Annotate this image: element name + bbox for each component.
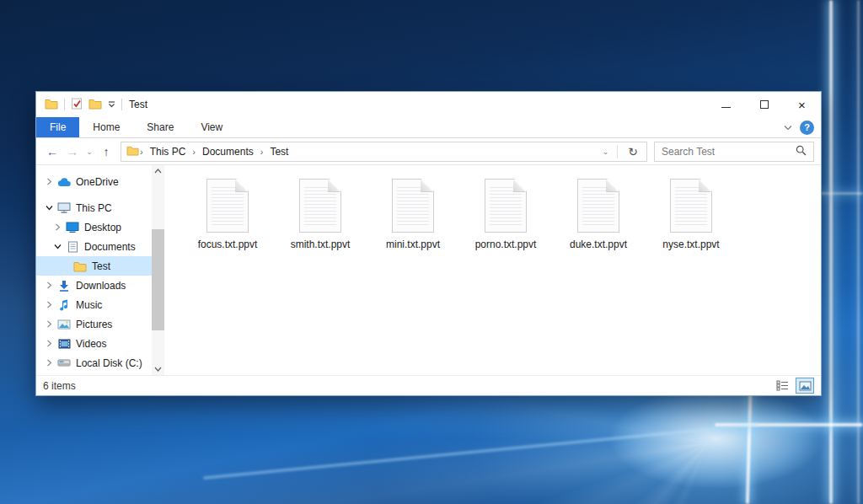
breadcrumb-test[interactable]: Test bbox=[264, 146, 294, 158]
text-file-icon bbox=[299, 179, 341, 233]
desktop-icon bbox=[64, 222, 81, 233]
sidebar-item-documents[interactable]: Documents bbox=[36, 237, 152, 256]
windows-logo-line bbox=[857, 0, 860, 504]
tab-home[interactable]: Home bbox=[79, 117, 133, 137]
videos-icon bbox=[56, 339, 72, 349]
documents-icon bbox=[64, 241, 81, 253]
sidebar-item-music[interactable]: Music bbox=[36, 295, 152, 314]
text-file-icon bbox=[392, 179, 434, 233]
scrollbar-thumb[interactable] bbox=[152, 229, 164, 330]
sidebar-item-label: Documents bbox=[84, 241, 136, 253]
computer-icon bbox=[56, 202, 72, 213]
chevron-down-icon[interactable] bbox=[43, 205, 56, 211]
chevron-right-icon[interactable] bbox=[43, 340, 56, 347]
thumbnail-view-icon[interactable] bbox=[796, 378, 814, 394]
music-icon bbox=[56, 299, 72, 311]
file-item[interactable]: nyse.txt.ppvt bbox=[645, 179, 737, 250]
close-button[interactable]: × bbox=[783, 92, 821, 117]
properties-icon[interactable] bbox=[71, 98, 83, 112]
text-file-icon bbox=[485, 179, 527, 233]
recent-locations-chevron-icon[interactable]: ⌄ bbox=[83, 147, 95, 156]
file-list: focus.txt.ppvt smith.txt.ppvt mini.txt.p… bbox=[164, 165, 821, 375]
chevron-right-icon[interactable] bbox=[43, 359, 56, 367]
search-input[interactable] bbox=[662, 146, 796, 158]
file-name: mini.txt.ppvt bbox=[386, 239, 440, 250]
tab-share[interactable]: Share bbox=[133, 117, 187, 137]
file-item[interactable]: smith.txt.ppvt bbox=[274, 179, 367, 250]
up-button[interactable]: ↑ bbox=[97, 145, 115, 158]
desktop-wallpaper: Test × File Home Share View ? ← bbox=[0, 0, 863, 504]
sidebar-scrollbar[interactable] bbox=[152, 165, 164, 375]
cloud-icon bbox=[56, 177, 72, 187]
sidebar-item-videos[interactable]: Videos bbox=[36, 334, 152, 353]
address-bar-row: ← → ⌄ ↑ › This PC › Documents › Test ⌄ ↻ bbox=[36, 138, 821, 165]
sidebar-item-local-disk-c[interactable]: Local Disk (C:) bbox=[36, 353, 152, 373]
sidebar-item-test[interactable]: Test bbox=[36, 256, 152, 276]
address-divider bbox=[617, 145, 618, 158]
toolbar-separator bbox=[64, 99, 65, 110]
back-button[interactable]: ← bbox=[43, 145, 62, 158]
sidebar-item-label: Pictures bbox=[76, 319, 112, 330]
help-icon[interactable]: ? bbox=[800, 121, 814, 135]
forward-button[interactable]: → bbox=[63, 145, 82, 158]
details-view-icon[interactable] bbox=[773, 378, 791, 394]
file-item[interactable]: porno.txt.ppvt bbox=[459, 179, 552, 250]
scroll-down-icon[interactable] bbox=[152, 363, 164, 375]
new-folder-icon[interactable] bbox=[88, 98, 102, 112]
chevron-right-icon[interactable] bbox=[43, 178, 56, 185]
search-icon[interactable] bbox=[796, 145, 807, 158]
file-item[interactable]: duke.txt.ppvt bbox=[552, 179, 645, 250]
navigation-buttons: ← → ⌄ ↑ bbox=[43, 145, 115, 158]
text-file-icon bbox=[577, 179, 619, 233]
sidebar-item-onedrive[interactable]: OneDrive bbox=[36, 172, 152, 191]
chevron-right-icon[interactable] bbox=[43, 320, 56, 328]
file-name: smith.txt.ppvt bbox=[291, 239, 351, 250]
sidebar-item-this-pc[interactable]: This PC bbox=[36, 198, 152, 217]
window-controls: × bbox=[707, 92, 821, 117]
search-box[interactable] bbox=[654, 142, 814, 162]
view-switcher bbox=[773, 378, 814, 394]
sidebar-item-downloads[interactable]: Downloads bbox=[36, 276, 152, 295]
tab-view[interactable]: View bbox=[187, 117, 236, 137]
chevron-right-icon[interactable] bbox=[43, 301, 56, 308]
file-name: duke.txt.ppvt bbox=[570, 239, 627, 250]
sidebar-item-label: OneDrive bbox=[76, 176, 119, 188]
maximize-icon bbox=[760, 100, 769, 109]
sidebar-item-label: Test bbox=[92, 260, 110, 272]
address-folder-icon bbox=[126, 145, 139, 158]
address-box[interactable]: › This PC › Documents › Test ⌄ ↻ bbox=[121, 142, 647, 162]
minimize-button[interactable] bbox=[707, 92, 745, 117]
toolbar-separator bbox=[121, 99, 122, 110]
file-name: nyse.txt.ppvt bbox=[662, 239, 719, 250]
status-bar: 6 items bbox=[36, 375, 821, 395]
windows-logo-line bbox=[829, 0, 833, 504]
chevron-right-icon[interactable] bbox=[43, 281, 56, 289]
file-item[interactable]: mini.txt.ppvt bbox=[367, 179, 459, 250]
disk-icon bbox=[56, 358, 72, 367]
chevron-right-icon[interactable] bbox=[51, 223, 64, 231]
items-count: 6 items bbox=[43, 380, 76, 392]
sidebar-item-label: Downloads bbox=[76, 280, 126, 292]
scroll-up-icon[interactable] bbox=[152, 165, 164, 177]
sidebar-item-desktop[interactable]: Desktop bbox=[36, 217, 152, 237]
ribbon-tab-bar: File Home Share View ? bbox=[36, 117, 821, 138]
file-item[interactable]: focus.txt.ppvt bbox=[181, 179, 274, 250]
explorer-window: Test × File Home Share View ? ← bbox=[35, 91, 822, 396]
refresh-icon[interactable]: ↻ bbox=[621, 145, 645, 158]
customize-quick-access-chevron-icon[interactable] bbox=[108, 99, 115, 110]
navigation-pane: OneDrive This PC Desktop Documents bbox=[36, 165, 152, 375]
chevron-down-icon[interactable] bbox=[51, 244, 64, 249]
maximize-button[interactable] bbox=[745, 92, 783, 117]
quick-access-toolbar bbox=[45, 98, 122, 112]
window-title: Test bbox=[129, 99, 147, 110]
breadcrumb-this-pc[interactable]: This PC bbox=[144, 146, 192, 158]
sidebar-item-label: Local Disk (C:) bbox=[76, 357, 142, 369]
text-file-icon bbox=[206, 179, 249, 233]
tab-file[interactable]: File bbox=[36, 117, 79, 137]
address-dropdown-chevron-icon[interactable]: ⌄ bbox=[598, 147, 614, 156]
title-bar[interactable]: Test × bbox=[36, 92, 821, 117]
minimize-ribbon-chevron-icon[interactable] bbox=[784, 121, 792, 133]
file-name: focus.txt.ppvt bbox=[198, 239, 258, 250]
sidebar-item-pictures[interactable]: Pictures bbox=[36, 314, 152, 334]
breadcrumb-documents[interactable]: Documents bbox=[196, 146, 260, 158]
